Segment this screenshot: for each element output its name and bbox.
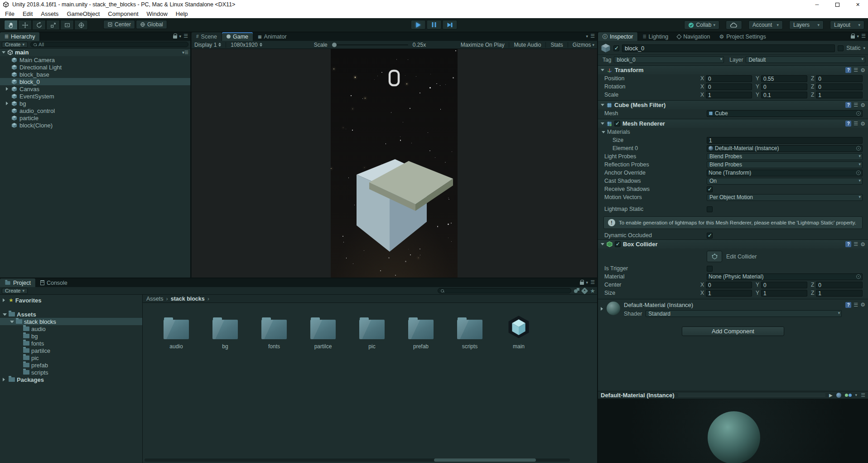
game-render-area[interactable]: [331, 49, 458, 278]
dropdown-arrow-icon[interactable]: ▾: [586, 280, 588, 285]
panel-menu-icon[interactable]: ☰: [861, 393, 865, 398]
expand-arrow-icon[interactable]: [10, 321, 14, 323]
project-tree-audio[interactable]: audio: [0, 325, 142, 332]
foldout-icon[interactable]: [601, 104, 604, 106]
element0-object-field[interactable]: Default-Material (Instance): [707, 145, 863, 152]
preset-icon[interactable]: ☰: [854, 102, 858, 108]
asset-prefab[interactable]: prefab: [396, 310, 445, 350]
static-dropdown-icon[interactable]: ▾: [863, 46, 865, 50]
shader-dropdown[interactable]: Standard: [646, 310, 842, 317]
hierarchy-item-canvas[interactable]: Canvas: [0, 85, 190, 93]
preview-lights-icon[interactable]: [845, 394, 852, 397]
close-button[interactable]: ✕: [848, 0, 868, 9]
asset-audio[interactable]: audio: [152, 310, 201, 350]
material-preview-header[interactable]: Default-Material (Instance) ▶ ▾ ☰: [598, 391, 868, 399]
position-z-field[interactable]: 0: [816, 75, 863, 82]
maximize-on-play-toggle[interactable]: Maximize On Play: [461, 42, 505, 48]
center-z-field[interactable]: 0: [816, 282, 863, 288]
gear-icon[interactable]: ⚙: [860, 102, 865, 108]
project-tree-fonts[interactable]: fonts: [0, 340, 142, 347]
lock-icon[interactable]: [173, 35, 177, 39]
asset-partilce[interactable]: partilce: [299, 310, 347, 350]
expand-arrow-icon[interactable]: [6, 102, 10, 105]
box-collider-enabled-checkbox[interactable]: [615, 241, 621, 247]
scrollbar-thumb[interactable]: [434, 458, 536, 462]
object-picker-icon[interactable]: [856, 146, 861, 151]
asset-bg[interactable]: bg: [201, 310, 250, 350]
rotation-y-field[interactable]: 0: [761, 83, 807, 90]
pivot-global-button[interactable]: Global: [136, 20, 167, 29]
asset-scripts[interactable]: scripts: [445, 310, 494, 350]
preset-icon[interactable]: ☰: [854, 121, 858, 127]
preview-play-icon[interactable]: ▶: [829, 393, 833, 398]
center-x-field[interactable]: 0: [706, 282, 752, 288]
hierarchy-item-block-clone-[interactable]: block(Clone): [0, 122, 190, 129]
size-y-field[interactable]: 1: [761, 290, 807, 297]
hierarchy-item-block_0[interactable]: block_0: [0, 78, 190, 85]
object-picker-icon[interactable]: [856, 171, 861, 175]
collab-button[interactable]: Collab▾: [684, 20, 719, 29]
expand-arrow-icon[interactable]: [3, 298, 7, 302]
lock-icon[interactable]: [580, 282, 584, 285]
reflection-probes-dropdown[interactable]: Blend Probes: [707, 161, 863, 168]
tab-console[interactable]: Console: [36, 278, 72, 287]
lightmap-static-checkbox[interactable]: [707, 206, 713, 212]
menu-gameobject[interactable]: GameObject: [63, 10, 104, 18]
foldout-icon[interactable]: [2, 51, 5, 54]
preset-icon[interactable]: ☰: [854, 302, 858, 308]
scale-y-field[interactable]: 0.1: [761, 92, 807, 98]
project-search-input[interactable]: [438, 288, 571, 293]
breadcrumb-current[interactable]: stack blocks: [171, 296, 205, 302]
menu-assets[interactable]: Assets: [37, 10, 63, 18]
hierarchy-item-audio_control[interactable]: audio_control: [0, 107, 190, 114]
mesh-filter-header[interactable]: Cube (Mesh Filter) ?☰⚙: [598, 100, 868, 109]
motion-vectors-dropdown[interactable]: Per Object Motion: [707, 194, 863, 201]
preview-sphere-icon[interactable]: [836, 393, 841, 398]
preset-icon[interactable]: ☰: [854, 67, 858, 73]
static-checkbox[interactable]: [838, 45, 844, 51]
tab-project[interactable]: Project: [0, 278, 36, 287]
tab-inspector[interactable]: iInspector: [598, 32, 638, 41]
pause-button[interactable]: [427, 20, 442, 29]
move-tool-button[interactable]: [18, 20, 32, 30]
mute-audio-toggle[interactable]: Mute Audio: [514, 42, 541, 48]
hand-tool-button[interactable]: [4, 20, 18, 30]
tag-dropdown[interactable]: block_0: [614, 56, 724, 63]
panel-menu-icon[interactable]: ☰: [590, 280, 595, 285]
project-create-button[interactable]: Create▾: [2, 288, 28, 294]
name-field[interactable]: block_0: [622, 44, 835, 52]
hierarchy-item-block_base[interactable]: block_base: [0, 71, 190, 78]
hierarchy-item-bg[interactable]: bg: [0, 100, 190, 107]
scene-row-main[interactable]: main ▾☰: [0, 49, 190, 56]
menu-help[interactable]: Help: [172, 10, 192, 18]
rotation-x-field[interactable]: 0: [706, 83, 752, 90]
hierarchy-item-particle[interactable]: particle: [0, 114, 190, 122]
help-icon[interactable]: ?: [845, 67, 851, 73]
scene-menu-icon[interactable]: ▾☰: [182, 50, 188, 55]
drag-handle[interactable]: [678, 394, 825, 397]
foldout-icon[interactable]: [601, 122, 604, 125]
transform-tool-button[interactable]: [74, 20, 88, 30]
menu-edit[interactable]: Edit: [19, 10, 37, 18]
expand-arrow-icon[interactable]: [3, 378, 7, 381]
is-trigger-checkbox[interactable]: [707, 266, 713, 272]
asset-pic[interactable]: pic: [347, 310, 396, 350]
project-tree-stack-blocks[interactable]: stack blocks: [0, 318, 142, 325]
project-tree-partilce[interactable]: partilce: [0, 347, 142, 354]
position-x-field[interactable]: 0: [706, 75, 752, 82]
resolution-dropdown[interactable]: 1080x1920: [231, 42, 262, 48]
scale-slider-knob[interactable]: [332, 43, 337, 47]
save-search-icon[interactable]: ★: [590, 288, 595, 294]
menu-component[interactable]: Component: [104, 10, 142, 18]
add-component-button[interactable]: Add Component: [682, 327, 784, 336]
layers-dropdown[interactable]: Layers▾: [789, 20, 824, 29]
stats-toggle[interactable]: Stats: [550, 42, 563, 48]
tab-scene[interactable]: #Scene: [192, 32, 222, 41]
hierarchy-item-main-camera[interactable]: Main Camera: [0, 56, 190, 63]
scale-z-field[interactable]: 1: [816, 92, 863, 98]
panel-menu-icon[interactable]: ☰: [183, 34, 188, 39]
expand-arrow-icon[interactable]: [6, 87, 10, 91]
gear-icon[interactable]: ⚙: [860, 302, 865, 308]
tab-game[interactable]: Game: [222, 32, 253, 41]
transform-header[interactable]: Transform ?☰⚙: [598, 65, 868, 74]
